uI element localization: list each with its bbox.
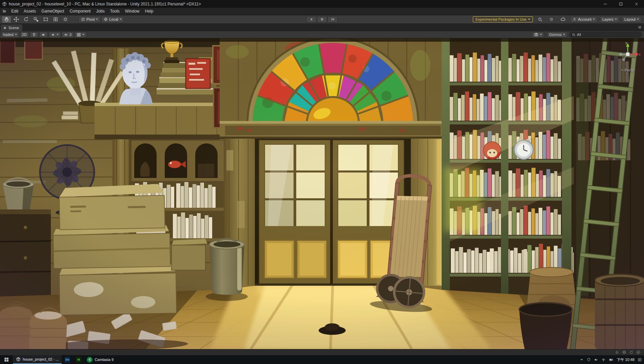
- lighting-toggle-button[interactable]: [30, 32, 38, 38]
- effects-dropdown[interactable]: [49, 32, 61, 38]
- gizmos-dropdown[interactable]: Gizmos: [547, 32, 567, 38]
- account-caret-icon: [593, 19, 595, 20]
- search-icon[interactable]: [536, 16, 544, 23]
- experimental-packages-badge[interactable]: Experimental Packages In Use: [473, 16, 533, 22]
- axis-x-label: x: [639, 52, 641, 56]
- play-button[interactable]: [306, 16, 317, 23]
- maximize-button[interactable]: [613, 0, 628, 8]
- gizmos-label: Gizmos: [549, 33, 562, 37]
- camera-icon: [534, 32, 539, 37]
- title-bar: house_project_02 - houselevel_10 - PC, M…: [0, 0, 644, 8]
- local-caret-icon: [120, 19, 122, 20]
- menu-file[interactable]: le: [0, 8, 8, 15]
- layers-dropdown[interactable]: Layers: [600, 16, 619, 23]
- taskbar-m-app[interactable]: M: [73, 355, 84, 364]
- panel-options-icon[interactable]: [638, 25, 642, 29]
- layout-dropdown[interactable]: Layout: [622, 16, 641, 23]
- scene-search-value: All: [577, 33, 581, 37]
- main-toolbar: Pivot Local Experimental Packages In Use: [0, 15, 644, 24]
- bell-icon[interactable]: [615, 350, 619, 355]
- menu-component[interactable]: Component: [67, 8, 93, 15]
- audio-toggle-button[interactable]: [39, 32, 48, 38]
- volume-icon[interactable]: [594, 358, 598, 362]
- orientation-gizmo[interactable]: y x: [615, 41, 641, 66]
- account-label: Account: [578, 17, 591, 21]
- scene-viewport[interactable]: y x < Persp: [0, 38, 644, 349]
- scene-tab-label: Scene: [8, 26, 19, 30]
- menu-help[interactable]: Help: [142, 8, 156, 15]
- hand-tool-button[interactable]: [2, 16, 11, 23]
- transform-tool-button[interactable]: [51, 16, 60, 23]
- menu-jobs[interactable]: Jobs: [93, 8, 107, 15]
- custom-tool-button[interactable]: [61, 16, 70, 23]
- scene-render: [0, 38, 644, 349]
- effects-caret-icon: [57, 34, 59, 35]
- taskbar-camtasia-app[interactable]: C Camtasia 9: [84, 355, 116, 364]
- menu-tools[interactable]: Tools: [107, 8, 122, 15]
- speaker-icon: [41, 33, 46, 37]
- layers-label: Layers: [602, 17, 613, 21]
- effects-star-icon: [51, 33, 55, 37]
- step-button[interactable]: [327, 16, 338, 23]
- shading-mode-label: haded: [3, 33, 14, 37]
- network-icon[interactable]: [601, 358, 606, 362]
- window-title: house_project_02 - houselevel_10 - PC, M…: [9, 2, 201, 6]
- taskbar-ds-app[interactable]: Ds: [62, 355, 73, 364]
- scene-visibility-button[interactable]: 3: [62, 32, 74, 38]
- gizmo-center-cube[interactable]: [626, 53, 629, 56]
- pivot-caret-icon: [96, 19, 98, 20]
- unity-task-icon: [16, 357, 21, 362]
- pause-button[interactable]: [317, 16, 327, 23]
- scene-tab-icon: [3, 26, 7, 30]
- shading-caret-icon: [15, 34, 17, 35]
- close-button[interactable]: [628, 0, 644, 8]
- projection-toggle[interactable]: < Persp: [613, 68, 643, 72]
- cache-icon[interactable]: [622, 350, 626, 355]
- pivot-label: Pivot: [86, 17, 95, 21]
- tab-scene[interactable]: Scene: [1, 24, 22, 31]
- taskbar-clock[interactable]: 下午 10:48: [617, 357, 635, 362]
- hidden-icons-chevron[interactable]: [580, 358, 584, 362]
- menu-gameobject[interactable]: GameObject: [39, 8, 67, 15]
- 2d-toggle-button[interactable]: 2D: [20, 32, 29, 38]
- scene-camera-dropdown[interactable]: [532, 32, 544, 38]
- camera-caret-icon: [540, 34, 542, 35]
- menu-edit[interactable]: Edit: [8, 8, 21, 15]
- projection-prefix: <: [621, 68, 623, 72]
- minimize-button[interactable]: [597, 0, 613, 8]
- action-center-icon[interactable]: [638, 358, 642, 362]
- refresh-icon[interactable]: [629, 350, 633, 355]
- menu-window[interactable]: Window: [122, 8, 142, 15]
- windows-taskbar: house_project_02 - ... Ds M C Camtasia 9: [0, 355, 644, 364]
- pivot-toggle-button[interactable]: Pivot: [79, 16, 100, 23]
- local-label: Local: [109, 17, 118, 21]
- security-shield-icon[interactable]: [587, 358, 591, 362]
- account-dropdown[interactable]: Account: [570, 16, 597, 23]
- scene-view-toolbar: haded 2D 3: [0, 31, 644, 38]
- battery-icon[interactable]: [609, 358, 613, 362]
- services-gear-icon[interactable]: [547, 16, 556, 23]
- m-app-icon: M: [76, 357, 81, 363]
- local-toggle-button[interactable]: Local: [101, 16, 124, 23]
- panel-tab-bar: Scene: [0, 24, 644, 31]
- tasks-check-icon[interactable]: [636, 350, 641, 355]
- grid-settings-dropdown[interactable]: [75, 32, 86, 38]
- scene-search-field[interactable]: All: [569, 32, 642, 37]
- cloud-collab-icon[interactable]: [559, 16, 567, 23]
- camtasia-label: Camtasia 9: [95, 358, 114, 362]
- shading-mode-dropdown[interactable]: haded: [1, 32, 19, 38]
- layout-caret-icon: [637, 19, 639, 20]
- experimental-caret-icon: [528, 19, 530, 20]
- move-tool-button[interactable]: [12, 16, 21, 23]
- scale-tool-button[interactable]: [32, 16, 40, 23]
- rotate-tool-button[interactable]: [22, 16, 31, 23]
- ds-app-icon: Ds: [64, 357, 70, 363]
- layout-label: Layout: [624, 17, 636, 21]
- rect-tool-button[interactable]: [41, 16, 50, 23]
- lightbulb-icon: [32, 33, 36, 37]
- start-button[interactable]: [0, 355, 13, 364]
- status-bar: [0, 349, 644, 355]
- projection-label: Persp: [624, 68, 634, 72]
- menu-assets[interactable]: Assets: [21, 8, 39, 15]
- taskbar-unity-task[interactable]: house_project_02 - ...: [13, 355, 62, 364]
